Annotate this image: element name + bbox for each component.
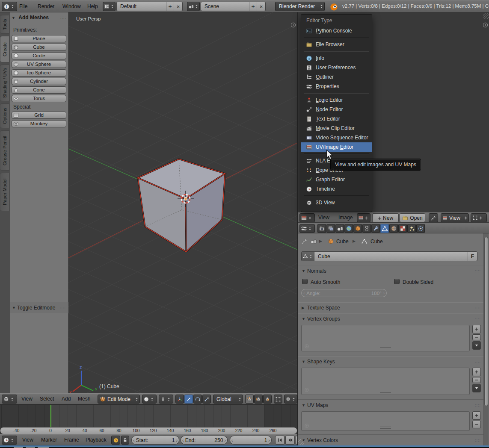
breadcrumb-object-icon[interactable] <box>328 238 334 245</box>
panel-drag-handle[interactable]: :::: <box>475 360 481 364</box>
properties-tab-object[interactable] <box>353 224 362 233</box>
occlude-geometry-button[interactable] <box>274 395 282 404</box>
scene-add-button[interactable]: + <box>249 2 257 11</box>
editor-type-option-timeline[interactable]: Timeline <box>301 184 372 194</box>
mesh-name-value[interactable]: Cube <box>314 253 468 259</box>
breadcrumb-mesh-label[interactable]: Cube <box>370 239 383 245</box>
scrollbar-thumb[interactable] <box>484 237 488 406</box>
shape-key-remove-button[interactable] <box>472 377 481 383</box>
edge-select-button[interactable] <box>254 395 263 404</box>
vertex-group-specials-button[interactable] <box>472 341 481 350</box>
editor-type-option-logic-editor[interactable]: Logic Editor <box>301 95 372 105</box>
layout-add-button[interactable]: + <box>166 2 174 11</box>
shape-key-add-button[interactable] <box>472 368 481 376</box>
lock-button[interactable] <box>121 436 129 445</box>
list-add-icon[interactable] <box>304 387 309 392</box>
list-add-icon[interactable] <box>304 344 309 349</box>
region-expand-plus-icon[interactable] <box>482 22 489 28</box>
face-select-button[interactable] <box>263 395 272 404</box>
frame-start-field[interactable]: ‹ Start: 1 › <box>131 436 179 445</box>
manipulator-translate-button[interactable] <box>184 395 193 404</box>
list-resize-handle[interactable] <box>380 427 391 429</box>
properties-tab-render-layers[interactable] <box>326 224 335 233</box>
editor-type-option-info[interactable]: Info <box>301 53 372 63</box>
uv-map-add-button[interactable] <box>472 411 481 420</box>
properties-tab-scene[interactable] <box>335 224 344 233</box>
breadcrumb-object-label[interactable]: Cube <box>336 239 349 245</box>
viewport-menu-select[interactable]: Select <box>40 396 54 402</box>
properties-tab-modifiers[interactable] <box>371 224 380 233</box>
stepper-left-icon[interactable]: ‹ <box>230 438 234 443</box>
stepper-left-icon[interactable]: ‹ <box>132 438 136 443</box>
properties-tab-texture[interactable] <box>398 224 407 233</box>
region-expand-pl0s-icon[interactable] <box>290 22 296 28</box>
render-engine-dropdown[interactable]: Blender Render <box>275 2 325 11</box>
properties-tab-physics[interactable] <box>416 224 425 233</box>
3d-viewport[interactable]: User Persp z x y (1) Cube <box>68 12 297 393</box>
viewport-menu-mesh[interactable]: Mesh <box>78 396 90 402</box>
editor-type-option-3d-view[interactable]: 3D View <box>301 198 372 207</box>
shelf-tab-create[interactable]: Create <box>0 36 9 62</box>
texture-space-panel-header[interactable]: ▶ Texture Space :::: <box>298 302 483 313</box>
editor-type-option-user-preferences[interactable]: User Preferences <box>301 63 372 72</box>
panel-drag-handle[interactable]: :::: <box>60 306 66 310</box>
shape-keys-panel-header[interactable]: ▼ Shape Keys :::: <box>298 356 483 367</box>
list-add-icon[interactable] <box>304 423 309 428</box>
cube-mesh[interactable] <box>68 12 297 393</box>
auto-smooth-angle-slider[interactable]: ‹ Angle: 180° › <box>301 289 387 297</box>
panel-drag-handle[interactable]: :::: <box>475 317 481 321</box>
add-ico-sphere-button[interactable]: Ico Sphere <box>12 69 66 77</box>
add-plane-button[interactable]: Plane <box>12 35 66 42</box>
panel-drag-handle[interactable]: :::: <box>60 15 66 20</box>
double-sided-checkbox[interactable] <box>394 279 400 284</box>
viewport-menu-add[interactable]: Add <box>62 396 71 402</box>
image-new-button[interactable]: + New <box>372 213 399 222</box>
current-frame-field[interactable]: ‹ 1 › <box>230 436 272 445</box>
panel-drag-handle[interactable]: :::: <box>475 306 481 310</box>
add-circle-button[interactable]: Circle <box>12 52 66 59</box>
timeline-menu-playback[interactable]: Playback <box>86 437 107 443</box>
shelf-tab-grease-pencil[interactable]: Grease Pencil <box>0 130 9 171</box>
toggle-editmode-panel-header[interactable]: ▼ Toggle Editmode :::: <box>10 302 68 313</box>
list-resize-handle[interactable] <box>380 391 391 393</box>
pivot-dropdown[interactable] <box>159 395 173 404</box>
vertex-groups-panel-header[interactable]: ▼ Vertex Groups :::: <box>298 313 483 324</box>
editor-type-option-video-sequence-editor[interactable]: Video Sequence Editor <box>301 133 372 142</box>
properties-tab-constraints[interactable] <box>362 224 371 233</box>
breadcrumb-scene-icon[interactable] <box>310 238 317 245</box>
add-uv-sphere-button[interactable]: UV Sphere <box>12 61 66 68</box>
render-visibility-dropdown[interactable] <box>284 395 297 404</box>
properties-tab-particles[interactable] <box>407 224 416 233</box>
add-monkey-button[interactable]: Monkey <box>12 120 66 127</box>
mesh-name-field[interactable]: Cube F <box>301 251 477 261</box>
image-browse-dropdown[interactable] <box>357 213 370 222</box>
scene-browse-button[interactable] <box>187 2 200 11</box>
shelf-tab-tools[interactable]: Tools <box>0 15 9 34</box>
shape-key-specials-button[interactable] <box>472 384 481 392</box>
frame-end-field[interactable]: ‹ End: 250 › <box>181 436 228 445</box>
breadcrumb-pin-icon[interactable] <box>301 238 308 245</box>
viewport-shading-dropdown[interactable] <box>142 395 157 404</box>
image-open-button[interactable]: Open <box>400 213 425 222</box>
uv-maps-list[interactable] <box>301 411 470 431</box>
manipulator-axis-button[interactable] <box>175 395 184 404</box>
menu-window[interactable]: Window <box>62 3 81 9</box>
stepper-left-icon[interactable]: ‹ <box>181 438 185 443</box>
editor-type-option-file-browser[interactable]: File Browser <box>301 40 372 49</box>
layout-delete-button[interactable]: × <box>174 2 182 11</box>
editor-type-option-text-editor[interactable]: Text Editor <box>301 114 372 124</box>
shelf-tab-options[interactable]: Options <box>0 103 9 128</box>
auto-smooth-checkbox[interactable] <box>302 279 308 284</box>
fake-user-button[interactable]: F <box>468 252 477 261</box>
add-grid-button[interactable]: Grid <box>12 112 66 119</box>
manipulator-scale-button[interactable] <box>202 395 211 404</box>
timeline-ruler[interactable]: -40-200204060801001201401601802002202402… <box>0 427 297 434</box>
menu-render[interactable]: Render <box>38 3 54 9</box>
current-frame-line[interactable] <box>50 405 51 427</box>
uv-map-remove-button[interactable] <box>472 421 481 428</box>
panel-drag-handle[interactable]: :::: <box>475 403 481 407</box>
timeline-editor[interactable]: -40-200204060801001201401601802002202402… <box>0 404 297 434</box>
normals-panel-header[interactable]: ▼ Normals :::: <box>298 265 483 276</box>
shelf-tab-paper-model[interactable]: Paper Model <box>0 173 9 211</box>
uv-pivot-dropdown[interactable] <box>471 213 487 222</box>
